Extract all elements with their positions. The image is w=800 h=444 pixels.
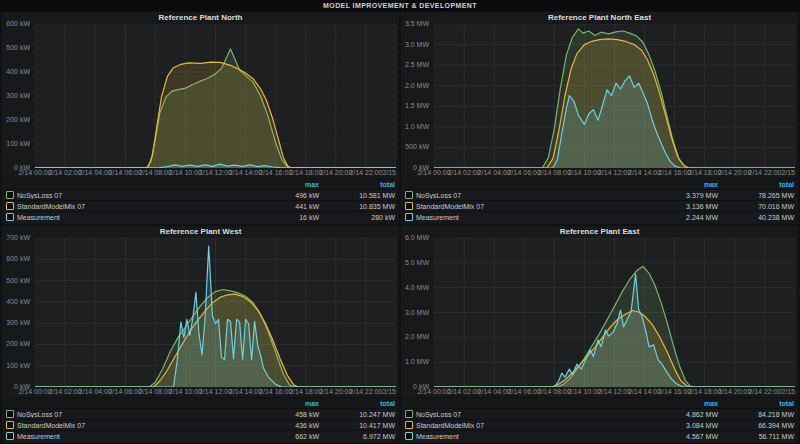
panel-title[interactable]: Reference Plant West <box>2 226 399 238</box>
graph-canvas[interactable] <box>35 24 396 168</box>
series-total-value: 78.265 MW <box>718 192 794 199</box>
y-tick-label: 500 kW <box>6 44 30 51</box>
series-name[interactable]: NoSysLoss 07 <box>17 411 257 418</box>
series-max-value: 16 kW <box>257 214 319 221</box>
series-total-value: 10.835 MW <box>319 203 395 210</box>
series-max-value: 436 kW <box>257 422 319 429</box>
x-tick-label: 2/15 <box>382 388 396 395</box>
series-name[interactable]: NoSysLoss 07 <box>17 192 257 199</box>
legend-sort-max[interactable]: max <box>257 181 319 188</box>
series-color-marker[interactable] <box>6 410 14 418</box>
series-name[interactable]: Measurement <box>416 214 656 221</box>
x-tick-label: 2/14 02:00 <box>448 388 481 395</box>
y-tick-label: 2.0 MW <box>405 333 429 340</box>
series-total-value: 6.972 MW <box>319 433 395 440</box>
series-max-value: 3.136 MW <box>656 203 718 210</box>
y-tick-label: 500 kW <box>405 143 429 150</box>
series-name[interactable]: StandardModelMix 07 <box>17 422 257 429</box>
series-total-value: 66.394 MW <box>718 422 794 429</box>
x-tick-label: 2/14 04:00 <box>79 169 112 176</box>
x-axis: 2/14 00:002/14 02:002/14 04:002/14 06:00… <box>35 387 396 397</box>
series-name[interactable]: Measurement <box>17 214 257 221</box>
legend-sort-total[interactable]: total <box>718 181 794 188</box>
panel-reference-plant-west: Reference Plant West 0 kW100 kW200 kW300… <box>2 226 399 443</box>
y-tick-label: 600 kW <box>6 255 30 262</box>
x-tick-label: 2/14 16:00 <box>658 388 691 395</box>
x-tick-label: 2/14 06:00 <box>508 169 541 176</box>
x-tick-label: 2/14 10:00 <box>169 169 202 176</box>
y-tick-label: 300 kW <box>6 319 30 326</box>
panel-title[interactable]: Reference Plant North <box>2 12 399 24</box>
series-color-marker[interactable] <box>405 421 413 429</box>
series-name[interactable]: StandardModelMix 07 <box>17 203 257 210</box>
series-color-marker[interactable] <box>6 202 14 210</box>
x-tick-label: 2/14 12:00 <box>598 388 631 395</box>
legend-sort-max[interactable]: max <box>656 181 718 188</box>
x-axis: 2/14 00:002/14 02:002/14 04:002/14 06:00… <box>434 168 795 178</box>
y-tick-label: 400 kW <box>6 68 30 75</box>
series-name[interactable]: Measurement <box>17 433 257 440</box>
series-total-value: 70.016 MW <box>718 203 794 210</box>
series-color-marker[interactable] <box>6 191 14 199</box>
legend-item[interactable]: Measurement 662 kW 6.972 MW <box>6 430 395 441</box>
x-tick-label: 2/14 02:00 <box>49 388 82 395</box>
y-axis: 0 kW100 kW200 kW300 kW400 kW500 kW600 kW… <box>2 238 35 387</box>
legend-item[interactable]: StandardModelMix 07 3.136 MW 70.016 MW <box>405 200 794 211</box>
series-max-value: 3.379 MW <box>656 192 718 199</box>
legend-item[interactable]: NoSysLoss 07 496 kW 10.581 MW <box>6 189 395 200</box>
legend-item[interactable]: StandardModelMix 07 441 kW 10.835 MW <box>6 200 395 211</box>
x-tick-label: 2/14 18:00 <box>289 388 322 395</box>
legend-item[interactable]: NoSysLoss 07 3.379 MW 78.265 MW <box>405 189 794 200</box>
legend: max total NoSysLoss 07 3.379 MW 78.265 M… <box>401 178 798 224</box>
legend-sort-total[interactable]: total <box>319 181 395 188</box>
series-color-marker[interactable] <box>405 213 413 221</box>
graph-canvas[interactable] <box>434 24 795 168</box>
x-tick-label: 2/14 06:00 <box>109 169 142 176</box>
series-name[interactable]: StandardModelMix 07 <box>416 203 656 210</box>
legend-item[interactable]: NoSysLoss 07 4.862 MW 84.218 MW <box>405 408 794 419</box>
x-tick-label: 2/14 14:00 <box>229 388 262 395</box>
series-max-value: 458 kW <box>257 411 319 418</box>
legend-sort-total[interactable]: total <box>718 400 794 407</box>
series-max-value: 441 kW <box>257 203 319 210</box>
series-color-marker[interactable] <box>405 202 413 210</box>
x-tick-label: 2/14 20:00 <box>718 169 751 176</box>
legend-item[interactable]: Measurement 16 kW 280 kW <box>6 211 395 222</box>
x-tick-label: 2/14 02:00 <box>49 169 82 176</box>
x-tick-label: 2/14 00:00 <box>417 169 450 176</box>
series-max-value: 662 kW <box>257 433 319 440</box>
series-total-value: 280 kW <box>319 214 395 221</box>
x-tick-label: 2/14 12:00 <box>199 169 232 176</box>
legend-sort-total[interactable]: total <box>319 400 395 407</box>
series-name[interactable]: NoSysLoss 07 <box>416 411 656 418</box>
graph-canvas[interactable] <box>434 238 795 387</box>
legend-item[interactable]: Measurement 2.244 MW 40.238 MW <box>405 211 794 222</box>
panel-title[interactable]: Reference Plant North East <box>401 12 798 24</box>
series-color-marker[interactable] <box>6 421 14 429</box>
series-color-marker[interactable] <box>405 191 413 199</box>
graph-canvas[interactable] <box>35 238 396 387</box>
series-color-marker[interactable] <box>6 213 14 221</box>
series-color-marker[interactable] <box>6 432 14 440</box>
series-name[interactable]: NoSysLoss 07 <box>416 192 656 199</box>
x-tick-label: 2/14 10:00 <box>568 388 601 395</box>
legend-sort-max[interactable]: max <box>656 400 718 407</box>
legend-item[interactable]: NoSysLoss 07 458 kW 10.247 MW <box>6 408 395 419</box>
legend-item[interactable]: StandardModelMix 07 3.084 MW 66.394 MW <box>405 419 794 430</box>
legend-sort-max[interactable]: max <box>257 400 319 407</box>
x-tick-label: 2/14 20:00 <box>319 169 352 176</box>
x-tick-label: 2/14 06:00 <box>109 388 142 395</box>
y-tick-label: 200 kW <box>6 340 30 347</box>
x-tick-label: 2/14 02:00 <box>448 169 481 176</box>
x-tick-label: 2/14 16:00 <box>658 169 691 176</box>
x-tick-label: 2/14 06:00 <box>508 388 541 395</box>
x-tick-label: 2/14 18:00 <box>289 169 322 176</box>
legend-item[interactable]: Measurement 4.567 MW 56.711 MW <box>405 430 794 441</box>
panel-title[interactable]: Reference Plant East <box>401 226 798 238</box>
series-name[interactable]: Measurement <box>416 433 656 440</box>
legend-item[interactable]: StandardModelMix 07 436 kW 10.417 MW <box>6 419 395 430</box>
series-color-marker[interactable] <box>405 410 413 418</box>
series-name[interactable]: StandardModelMix 07 <box>416 422 656 429</box>
y-axis: 0 kW1.0 MW2.0 MW3.0 MW4.0 MW5.0 MW6.0 MW <box>401 238 434 387</box>
series-color-marker[interactable] <box>405 432 413 440</box>
